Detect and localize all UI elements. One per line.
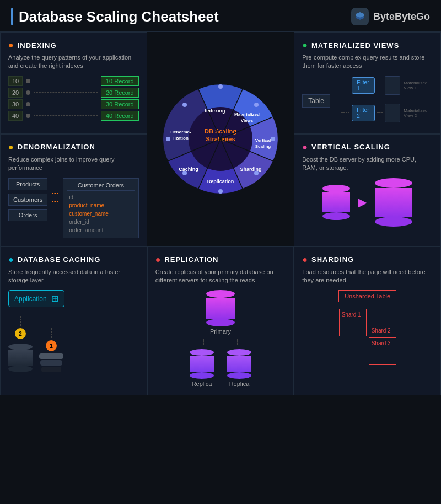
index-table: 10 10 Record 20 20 Record 30 30 Record 4… [8, 76, 139, 121]
logo-icon [351, 8, 369, 25]
primary-body [206, 298, 235, 319]
svg-text:Materialized: Materialized [234, 112, 260, 117]
mv2-label: Materialized View 2 [404, 108, 433, 118]
svg-text:Replication: Replication [207, 179, 234, 184]
vscale-section: ● VERTICAL SCALING Boost the DB server b… [294, 134, 441, 246]
field-order-amount: order_amount [67, 226, 135, 234]
svg-text:Scaling: Scaling [255, 144, 271, 149]
svg-point-20 [218, 84, 223, 89]
cylinder-small [322, 185, 350, 220]
title-bar-icon [11, 8, 13, 25]
bottom-grid: ● DATABASE CACHING Store frequently acce… [0, 246, 441, 394]
svg-point-24 [218, 189, 223, 194]
merged-title: Customer Orders [67, 182, 135, 191]
matviews-desc: Pre-compute complex query results and st… [302, 53, 433, 71]
replication-section: ● REPLICATION Create replicas of your pr… [147, 246, 294, 396]
replication-title: ● REPLICATION [155, 255, 286, 265]
svg-text:DB Scaling: DB Scaling [205, 128, 236, 135]
replication-desc: Create replicas of your primary database… [155, 268, 286, 285]
idx-dash [34, 92, 98, 93]
cache-diagram: 2 1 [8, 316, 139, 372]
cylinders-diagram: ▶ [302, 178, 433, 227]
field-id: id [67, 193, 135, 201]
replica1-bottom [190, 372, 214, 379]
idx-dash [34, 104, 98, 104]
shard-1: Shard 1 [339, 309, 367, 336]
field-customer-name: customer_name [67, 210, 135, 218]
replication-icon: ● [155, 255, 162, 265]
sharding-section: ● SHARDING Load resources that the page … [294, 246, 441, 396]
logo-text: ByteByteGo [373, 11, 430, 23]
idx-dot [26, 102, 30, 106]
replica2-bottom [227, 372, 251, 379]
svg-text:Sharding: Sharding [240, 167, 261, 172]
replica2-top [227, 349, 251, 356]
cache-num-1: 1 [46, 340, 57, 351]
indexing-title: ● INDEXING [8, 40, 139, 50]
scale-arrow: ▶ [358, 195, 367, 210]
svg-text:Vertical: Vertical [255, 138, 271, 143]
primary-top [206, 290, 235, 298]
index-row-4: 40 40 Record [8, 111, 139, 121]
replication-diagram: Primary Replica Replica [155, 290, 286, 387]
caching-section: ● DATABASE CACHING Store frequently acce… [0, 246, 147, 396]
field-product-name: product_name [67, 201, 135, 210]
index-row-2: 20 20 Record [8, 88, 139, 98]
wheel-section: DB Scaling Strategies Indexing Materiali… [147, 32, 294, 246]
denorm-desc: Reduce complex joins to improve query pe… [8, 156, 139, 173]
svg-point-22 [271, 137, 275, 141]
idx-dot [26, 90, 30, 95]
layers-icon [39, 353, 63, 372]
svg-point-27 [182, 103, 187, 107]
denorm-merged-table: Customer Orders id product_name customer… [63, 178, 138, 238]
replica1-top [190, 349, 214, 356]
caching-desc: Store frequently accessed data in a fast… [8, 268, 139, 285]
wheel-svg: DB Scaling Strategies Indexing Materiali… [154, 73, 287, 205]
vscale-icon: ● [302, 142, 308, 152]
replica-1: Replica [190, 349, 214, 387]
logo: ByteByteGo [351, 8, 430, 25]
field-order-id: order_id [67, 218, 135, 226]
idx-dot [26, 79, 30, 83]
matviews-section: ● MATERIALIZED VIEWS Pre-compute complex… [294, 32, 441, 134]
table-box: Table [302, 94, 330, 108]
indexing-desc: Analyze the query patterns of your appli… [8, 53, 139, 71]
denorm-entities: Products Customers Orders [8, 178, 47, 221]
cylinder-large [375, 178, 412, 227]
entity-orders: Orders [8, 209, 47, 221]
primary-label: Primary [210, 328, 231, 335]
shards-diagram: Shard 1 Shard 2 Shard 3 [302, 309, 433, 365]
cyl-bottom [322, 212, 350, 220]
page-title: Database Scaling Cheatsheet [11, 8, 219, 25]
idx-dash [34, 115, 98, 116]
filter1-row: Filter 1 Materialized View 1 [341, 76, 433, 95]
primary-db: Primary [206, 290, 235, 335]
idx-dash [34, 81, 98, 81]
indexing-section: ● INDEXING Analyze the query patterns of… [0, 32, 147, 134]
index-row-1: 10 10 Record [8, 76, 139, 86]
wheel-container: DB Scaling Strategies Indexing Materiali… [154, 73, 287, 205]
replica2-label: Replica [229, 380, 250, 387]
replica2-body [227, 356, 251, 372]
shard-3: Shard 3 [369, 337, 396, 365]
svg-text:Views: Views [241, 118, 254, 123]
entity-customers: Customers [8, 194, 47, 206]
svg-point-23 [254, 171, 259, 175]
caching-title: ● DATABASE CACHING [8, 255, 139, 265]
idx-dot [26, 114, 30, 118]
svg-point-26 [166, 137, 170, 141]
svg-text:Denorma-: Denorma- [170, 130, 191, 135]
matviews-title: ● MATERIALIZED VIEWS [302, 40, 433, 50]
svg-text:Caching: Caching [179, 167, 198, 172]
cyl-body [322, 192, 350, 212]
app-grid-icon: ⊞ [51, 293, 58, 304]
denorm-diagram: Products Customers Orders Customer Order… [8, 178, 139, 238]
vscale-title: ● VERTICAL SCALING [302, 142, 433, 152]
svg-point-25 [182, 171, 187, 175]
cyl-bottom-large [375, 217, 412, 227]
replica1-label: Replica [192, 380, 212, 387]
sharding-icon: ● [302, 255, 308, 265]
header: Database Scaling Cheatsheet ByteByteGo [0, 0, 441, 32]
cache-num-2: 2 [15, 328, 26, 339]
unsharded-table: Unsharded Table [338, 290, 396, 302]
